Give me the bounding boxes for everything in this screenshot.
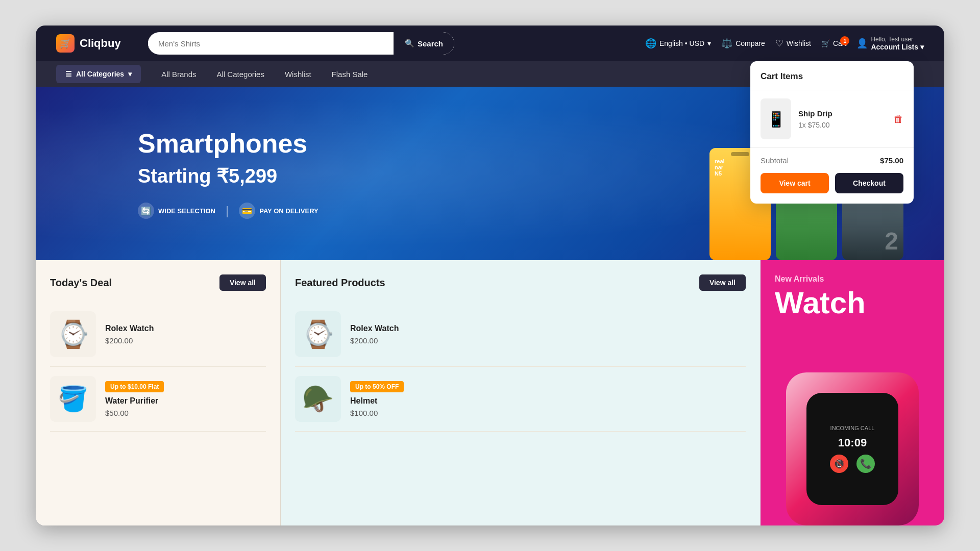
cart-actions: View cart Checkout xyxy=(750,173,914,204)
cart-badge: 1 xyxy=(840,36,849,45)
cart-item-image: 📱 xyxy=(761,98,791,139)
deal-product-2-price: $50.00 xyxy=(105,409,266,417)
featured-product-2-info: Up to 50% OFF Helmet $100.00 xyxy=(350,381,746,417)
deal-view-all-button[interactable]: View all xyxy=(219,274,266,291)
search-bar: 🔍 Search xyxy=(148,32,454,55)
user-icon: 👤 xyxy=(856,38,868,49)
cart-item-name: Ship Drip xyxy=(798,109,886,118)
nav-all-categories[interactable]: ☰ All Categories ▾ xyxy=(56,65,141,83)
search-icon: 🔍 xyxy=(405,39,414,48)
deal-product-2-info: Up to $10.00 Flat Water Purifier $50.00 xyxy=(105,381,266,417)
subtotal-label: Subtotal xyxy=(761,156,789,165)
incoming-call-label: INCOMING CALL xyxy=(830,425,875,431)
deal-product-1-info: Rolex Watch $200.00 xyxy=(105,324,266,345)
decline-call-icon: 📵 xyxy=(830,455,848,473)
cart-item: 📱 Ship Drip 1x $75.00 🗑 xyxy=(750,90,914,147)
featured-product-2-price: $100.00 xyxy=(350,409,746,417)
pay-on-delivery-icon: 💳 xyxy=(239,203,255,219)
deal-product-1: ⌚ Rolex Watch $200.00 xyxy=(50,302,266,367)
wide-selection-icon: 🔄 xyxy=(138,203,154,219)
watch-icon-2: ⌚ xyxy=(302,319,335,350)
chevron-down-icon: ▾ xyxy=(707,39,711,47)
new-arrivals-section: New Arrivals Watch INCOMING CALL 10:09 📵… xyxy=(761,260,944,525)
compare-button[interactable]: ⚖️ Compare xyxy=(721,38,765,49)
cart-subtotal: Subtotal $75.00 xyxy=(750,147,914,173)
content-section: Today's Deal View all ⌚ Rolex Watch $200… xyxy=(36,260,944,525)
search-input[interactable] xyxy=(148,39,394,48)
compare-icon: ⚖️ xyxy=(721,38,732,49)
hero-badge-payment: 💳 PAY ON DELIVERY xyxy=(239,203,318,219)
logo[interactable]: 🛒 Cliqbuy xyxy=(56,34,133,53)
deal-title: Today's Deal xyxy=(50,277,112,289)
watch-display: INCOMING CALL 10:09 📵 📞 xyxy=(761,372,944,525)
nav-item-all-brands[interactable]: All Brands xyxy=(161,68,196,81)
deal-product-1-price: $200.00 xyxy=(105,336,266,345)
featured-product-1: ⌚ Rolex Watch $200.00 xyxy=(295,302,746,367)
featured-product-2: 🪖 Up to 50% OFF Helmet $100.00 xyxy=(295,367,746,432)
featured-product-2-image: 🪖 xyxy=(295,376,341,422)
deal-product-2-name: Water Purifier xyxy=(105,396,266,406)
purifier-icon: 🪣 xyxy=(58,385,88,413)
chevron-down-icon: ▾ xyxy=(920,43,924,51)
user-account[interactable]: 👤 Hello, Test user Account Lists ▾ xyxy=(856,36,924,51)
featured-title: Featured Products xyxy=(295,277,385,289)
hero-price: Starting ₹5,299 xyxy=(138,165,318,187)
featured-product-1-price: $200.00 xyxy=(350,336,746,345)
deal-product-1-name: Rolex Watch xyxy=(105,324,266,333)
featured-product-1-name: Rolex Watch xyxy=(350,324,746,333)
accept-call-icon: 📞 xyxy=(856,455,875,473)
search-button[interactable]: 🔍 Search xyxy=(394,32,454,55)
cart-button[interactable]: 🛒 Cart 1 xyxy=(821,39,846,47)
main-screen: 🛒 Cliqbuy 🔍 Search 🌐 English • USD ▾ ⚖️ … xyxy=(36,26,944,525)
heart-icon: ♡ xyxy=(775,38,783,49)
deal-product-1-image: ⌚ xyxy=(50,311,96,357)
featured-card-header: Featured Products View all xyxy=(295,274,746,291)
deal-card-header: Today's Deal View all xyxy=(50,274,266,291)
watch-call-buttons: 📵 📞 xyxy=(830,455,875,473)
header: 🛒 Cliqbuy 🔍 Search 🌐 English • USD ▾ ⚖️ … xyxy=(36,26,944,61)
new-arrivals-label: New Arrivals xyxy=(775,274,930,284)
featured-product-2-badge: Up to 50% OFF xyxy=(350,381,404,392)
featured-products-section: Featured Products View all ⌚ Rolex Watch… xyxy=(281,260,761,525)
cart-icon: 🛒 xyxy=(821,39,830,47)
cart-item-qty: 1x $75.00 xyxy=(798,121,886,129)
subtotal-value: $75.00 xyxy=(880,156,903,165)
chevron-down-icon: ▾ xyxy=(128,70,132,78)
language-selector[interactable]: 🌐 English • USD ▾ xyxy=(645,38,711,49)
logo-icon: 🛒 xyxy=(56,34,75,53)
logo-text: Cliqbuy xyxy=(80,37,121,50)
hamburger-icon: ☰ xyxy=(65,70,72,78)
globe-icon: 🌐 xyxy=(645,38,656,49)
hero-badges: 🔄 WIDE SELECTION | 💳 PAY ON DELIVERY xyxy=(138,203,318,219)
watch-time: 10:09 xyxy=(838,436,867,449)
cart-popup: Cart Items 📱 Ship Drip 1x $75.00 🗑 Subto… xyxy=(750,61,914,204)
deal-product-2: 🪣 Up to $10.00 Flat Water Purifier $50.0… xyxy=(50,367,266,432)
checkout-button[interactable]: Checkout xyxy=(835,173,903,193)
nav-item-all-categories[interactable]: All Categories xyxy=(217,68,264,81)
todays-deal-section: Today's Deal View all ⌚ Rolex Watch $200… xyxy=(36,260,281,525)
hero-badge-selection: 🔄 WIDE SELECTION xyxy=(138,203,215,219)
nav-item-flash-sale[interactable]: Flash Sale xyxy=(332,68,368,81)
cart-item-delete-button[interactable]: 🗑 xyxy=(893,113,903,125)
deal-product-2-image: 🪣 xyxy=(50,376,96,422)
hero-content: Smartphones Starting ₹5,299 🔄 WIDE SELEC… xyxy=(138,128,318,219)
featured-product-1-image: ⌚ xyxy=(295,311,341,357)
cart-item-info: Ship Drip 1x $75.00 xyxy=(798,109,886,129)
helmet-icon: 🪖 xyxy=(302,384,334,414)
featured-product-2-name: Helmet xyxy=(350,396,746,406)
featured-product-1-info: Rolex Watch $200.00 xyxy=(350,324,746,345)
deal-product-2-badge: Up to $10.00 Flat xyxy=(105,381,164,392)
watch-icon: ⌚ xyxy=(57,319,90,350)
hero-title: Smartphones xyxy=(138,128,318,159)
smartwatch-image: INCOMING CALL 10:09 📵 📞 xyxy=(786,372,919,525)
header-actions: 🌐 English • USD ▾ ⚖️ Compare ♡ Wishlist … xyxy=(645,36,924,51)
smartwatch-screen: INCOMING CALL 10:09 📵 📞 xyxy=(806,393,898,505)
view-cart-button[interactable]: View cart xyxy=(761,173,829,193)
cart-popup-header: Cart Items xyxy=(750,61,914,90)
new-arrivals-title: Watch xyxy=(775,288,930,318)
featured-view-all-button[interactable]: View all xyxy=(699,274,746,291)
nav-item-wishlist[interactable]: Wishlist xyxy=(285,68,311,81)
wishlist-button[interactable]: ♡ Wishlist xyxy=(775,38,811,49)
user-info: Hello, Test user Account Lists ▾ xyxy=(871,36,924,51)
hero-divider: | xyxy=(226,204,229,218)
